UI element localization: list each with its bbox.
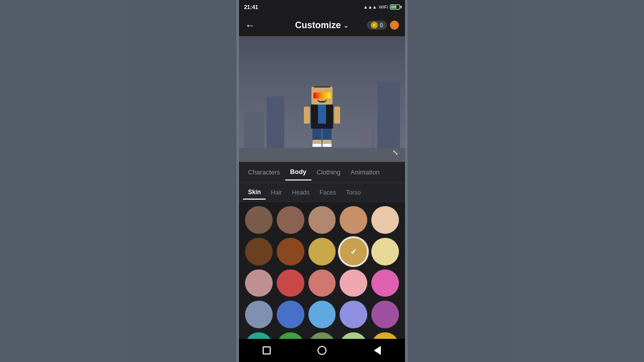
triangle-icon xyxy=(374,346,381,355)
skin-color-11[interactable] xyxy=(277,269,304,297)
back-nav-button[interactable] xyxy=(370,343,384,357)
tab-animation[interactable]: Animation xyxy=(346,164,385,180)
subtab-torso[interactable]: Torso xyxy=(341,186,366,199)
header-title: Customize xyxy=(295,20,341,31)
nav-tabs: Characters Body Clothing Animation xyxy=(239,162,405,183)
skin-color-23[interactable] xyxy=(340,332,367,339)
circle-icon xyxy=(317,346,327,355)
skin-color-21[interactable] xyxy=(277,332,304,339)
square-icon xyxy=(263,346,271,354)
skin-color-3[interactable] xyxy=(340,206,367,234)
header-right: R 0 xyxy=(367,21,399,30)
home-button[interactable] xyxy=(260,343,274,357)
tab-characters[interactable]: Characters xyxy=(243,164,285,180)
skin-color-19[interactable] xyxy=(371,301,399,328)
skin-color-7[interactable] xyxy=(308,238,336,265)
skin-color-13[interactable] xyxy=(340,269,367,297)
robux-icon: R xyxy=(371,22,378,29)
character-figure: AOTR xyxy=(311,86,333,147)
notification-dot xyxy=(390,21,399,30)
bottom-nav xyxy=(239,339,405,362)
skin-color-16[interactable] xyxy=(277,301,304,328)
status-icons: ▲▲▲ WiFi xyxy=(363,5,400,10)
skin-color-8[interactable] xyxy=(340,238,367,265)
subtab-hair[interactable]: Hair xyxy=(266,186,287,199)
subtab-heads[interactable]: Heads xyxy=(287,186,314,199)
skin-color-10[interactable] xyxy=(245,269,273,297)
skin-color-20[interactable] xyxy=(245,332,273,339)
chevron-down-icon[interactable]: ⌄ xyxy=(343,21,349,29)
signal-icon: ▲▲▲ xyxy=(363,5,377,10)
skin-color-15[interactable] xyxy=(245,301,273,328)
battery-icon xyxy=(390,5,400,10)
back-button[interactable]: ← xyxy=(245,20,255,31)
skin-color-22[interactable] xyxy=(308,332,336,339)
skin-color-5[interactable] xyxy=(245,238,273,265)
skin-color-grid xyxy=(239,202,405,339)
robux-badge: R 0 xyxy=(367,21,387,30)
skin-color-18[interactable] xyxy=(340,301,367,328)
skin-color-17[interactable] xyxy=(308,301,336,328)
expand-button[interactable]: ⤡ xyxy=(390,147,401,158)
skin-color-14[interactable] xyxy=(371,269,399,297)
skin-color-12[interactable] xyxy=(308,269,336,297)
skin-color-6[interactable] xyxy=(277,238,304,265)
skin-color-24[interactable] xyxy=(371,332,399,339)
phone-container: 21:41 ▲▲▲ WiFi ← Customize ⌄ R 0 xyxy=(239,0,405,362)
status-time: 21:41 xyxy=(244,4,258,10)
wifi-icon: WiFi xyxy=(379,5,388,10)
skin-color-1[interactable] xyxy=(277,206,304,234)
robux-count: 0 xyxy=(380,22,383,28)
subtab-faces[interactable]: Faces xyxy=(314,186,341,199)
header: ← Customize ⌄ R 0 xyxy=(239,14,405,36)
tab-clothing[interactable]: Clothing xyxy=(311,164,346,180)
sub-tabs: Skin Hair Heads Faces Torso xyxy=(239,183,405,202)
character-preview[interactable]: AOTR xyxy=(239,36,405,162)
skin-color-2[interactable] xyxy=(308,206,336,234)
subtab-skin[interactable]: Skin xyxy=(243,186,266,200)
skin-color-4[interactable] xyxy=(371,206,399,234)
status-bar: 21:41 ▲▲▲ WiFi xyxy=(239,0,405,14)
tab-body[interactable]: Body xyxy=(285,164,312,180)
recents-button[interactable] xyxy=(315,343,329,357)
skin-color-0[interactable] xyxy=(245,206,273,234)
skin-color-9[interactable] xyxy=(371,238,399,265)
